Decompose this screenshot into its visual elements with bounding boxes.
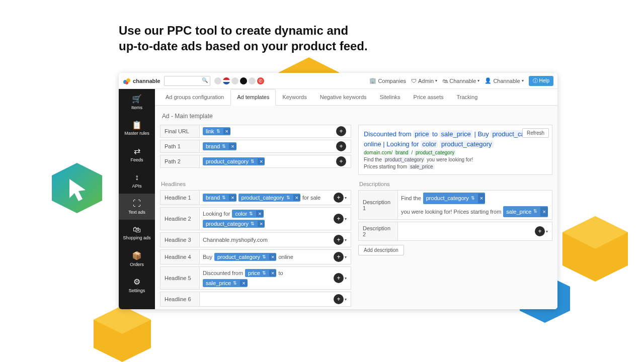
chevron-down-icon[interactable]: ▾ <box>345 255 347 259</box>
token-color[interactable]: color⇅× <box>232 210 263 218</box>
brand-logo[interactable]: channable <box>123 77 160 85</box>
cart-icon: 🛒 <box>132 94 142 104</box>
sidebar-item-items[interactable]: 🛒Items <box>119 89 155 115</box>
brand-text: channable <box>133 78 160 84</box>
chevron-down-icon[interactable]: ▾ <box>345 276 347 281</box>
help-button[interactable]: ⓘ Help <box>529 76 553 86</box>
nav-companies[interactable]: 🏢 Companies <box>369 77 406 84</box>
label-headline-3: Headline 3 <box>160 233 200 247</box>
tab-negative-keywords[interactable]: Negative keywords <box>313 89 373 105</box>
hex-decoration-right <box>557 216 633 282</box>
label-headline-6: Headline 6 <box>160 292 200 306</box>
row-headline-6: Headline 6 +▾ <box>160 292 351 307</box>
row-headline-4: Headline 4 Buyproduct_category⇅×online +… <box>160 249 351 264</box>
add-button[interactable]: + <box>336 156 346 166</box>
svg-point-9 <box>125 81 128 84</box>
label-path2: Path 2 <box>160 155 200 167</box>
label-description-2: Description 2 <box>359 222 398 240</box>
nav-admin[interactable]: 🛡 Admin ▾ <box>411 78 437 84</box>
add-description-button[interactable]: Add description <box>358 245 404 255</box>
tab-sitelinks[interactable]: Sitelinks <box>373 89 407 105</box>
logo-icon <box>123 77 131 85</box>
sidebar-item-settings[interactable]: ⚙Settings <box>119 272 155 298</box>
label-headline-5: Headline 5 <box>160 267 200 289</box>
sidebar-item-shopping-ads[interactable]: 🛍Shopping ads <box>119 220 155 246</box>
token-brand[interactable]: brand⇅× <box>203 142 236 150</box>
tab-keywords[interactable]: Keywords <box>276 89 313 105</box>
row-headline-1: Headline 1 brand⇅×product_category⇅×for … <box>160 190 351 205</box>
add-button[interactable]: + <box>336 141 346 151</box>
label-headline-4: Headline 4 <box>160 250 200 264</box>
label-path1: Path 1 <box>160 140 200 152</box>
add-button[interactable]: + <box>334 214 344 224</box>
row-description-1: Description 1 Find theproduct_category⇅×… <box>358 190 552 220</box>
sidebar: 🛒Items 📋Master rules ⇄Feeds ↕APIs ⛶Text … <box>119 89 155 309</box>
label-description-1: Description 1 <box>359 191 398 219</box>
tab-ad-groups[interactable]: Ad groups configuration <box>159 89 230 105</box>
chevron-down-icon[interactable]: ▾ <box>546 229 548 234</box>
label-final-url: Final URL <box>160 125 200 137</box>
phone-icon[interactable]: ✆ <box>257 77 264 84</box>
section-title: Ad - Main template <box>162 113 552 120</box>
sidebar-item-master-rules[interactable]: 📋Master rules <box>119 115 155 141</box>
preview-description: Find the product_category you were looki… <box>364 156 547 170</box>
bag-icon: 🛍 <box>133 225 141 234</box>
tab-ad-templates[interactable]: Ad templates <box>230 89 276 106</box>
close-icon[interactable]: × <box>258 158 265 164</box>
chevron-down-icon[interactable]: ▾ <box>345 217 347 221</box>
add-button[interactable]: + <box>334 193 344 203</box>
nav-channable-2[interactable]: 👤 Channable ▾ <box>485 77 523 84</box>
search-input[interactable]: 🔍 <box>164 76 210 86</box>
row-path1: Path 1 brand⇅× + <box>160 140 351 153</box>
clipboard-icon: 📋 <box>132 120 142 130</box>
token-brand[interactable]: brand⇅× <box>203 194 236 202</box>
label-headline-2: Headline 2 <box>160 208 200 230</box>
refresh-button[interactable]: Refresh <box>522 128 549 138</box>
token-price[interactable]: price⇅× <box>245 269 276 277</box>
hex-cursor-decoration <box>49 163 105 213</box>
add-button[interactable]: + <box>334 235 344 245</box>
row-description-2: Description 2 +▾ <box>358 222 552 241</box>
topbar: channable 🔍 ✆ 🏢 Companies 🛡 Admin ▾ 🛍 Ch… <box>119 73 557 89</box>
token-product-category[interactable]: product_category⇅× <box>423 193 485 204</box>
row-final-url: Final URL link⇅× + <box>160 125 351 138</box>
token-sale-price[interactable]: sale_price⇅× <box>503 206 548 218</box>
preview-url: domain.com/ brand / product_category <box>364 150 547 155</box>
close-icon[interactable]: × <box>229 143 236 149</box>
sidebar-item-text-ads[interactable]: ⛶Text ads <box>119 194 155 220</box>
add-button[interactable]: + <box>334 252 344 262</box>
add-button[interactable]: + <box>336 126 346 136</box>
nav-channable-1[interactable]: 🛍 Channable ▾ <box>442 78 479 84</box>
token-product-category[interactable]: product_category⇅× <box>214 253 276 261</box>
add-button[interactable]: + <box>535 226 545 236</box>
add-button[interactable]: + <box>334 294 344 304</box>
hero-headline: Use our PPC tool to create dynamic andup… <box>119 23 368 54</box>
token-sale-price[interactable]: sale_price⇅× <box>203 279 248 287</box>
add-button[interactable]: + <box>334 273 344 283</box>
close-icon[interactable]: × <box>223 128 230 134</box>
sliders-icon: ⇄ <box>134 146 140 156</box>
frame-icon: ⛶ <box>133 199 141 208</box>
tab-tracking[interactable]: Tracking <box>450 89 485 105</box>
sidebar-item-apis[interactable]: ↕APIs <box>119 167 155 194</box>
gear-icon: ⚙ <box>133 277 140 287</box>
chevron-down-icon[interactable]: ▾ <box>345 297 347 302</box>
sidebar-item-feeds[interactable]: ⇄Feeds <box>119 141 155 167</box>
token-link[interactable]: link⇅× <box>203 127 230 135</box>
hex-decoration-bottom <box>90 306 155 362</box>
row-path2: Path 2 product_category⇅× + <box>160 155 351 168</box>
sidebar-item-orders[interactable]: 📦Orders <box>119 246 155 272</box>
status-dots: ✆ <box>214 77 264 84</box>
chevron-down-icon[interactable]: ▾ <box>345 196 347 200</box>
token-product-category[interactable]: product_category⇅× <box>203 220 265 228</box>
search-icon: 🔍 <box>202 77 208 83</box>
app-window: channable 🔍 ✆ 🏢 Companies 🛡 Admin ▾ 🛍 Ch… <box>119 73 557 309</box>
ad-preview: Refresh Discounted from price to sale_pr… <box>358 125 552 175</box>
token-product-category[interactable]: product_category⇅× <box>238 194 300 202</box>
tab-price-assets[interactable]: Price assets <box>407 89 450 105</box>
arrows-icon: ↕ <box>135 173 139 182</box>
chevron-down-icon[interactable]: ▾ <box>345 238 347 242</box>
tab-bar: Ad groups configuration Ad templates Key… <box>155 89 557 106</box>
token-product-category[interactable]: product_category⇅× <box>203 157 265 165</box>
preview-title: Discounted from price to sale_price | Bu… <box>364 129 547 149</box>
